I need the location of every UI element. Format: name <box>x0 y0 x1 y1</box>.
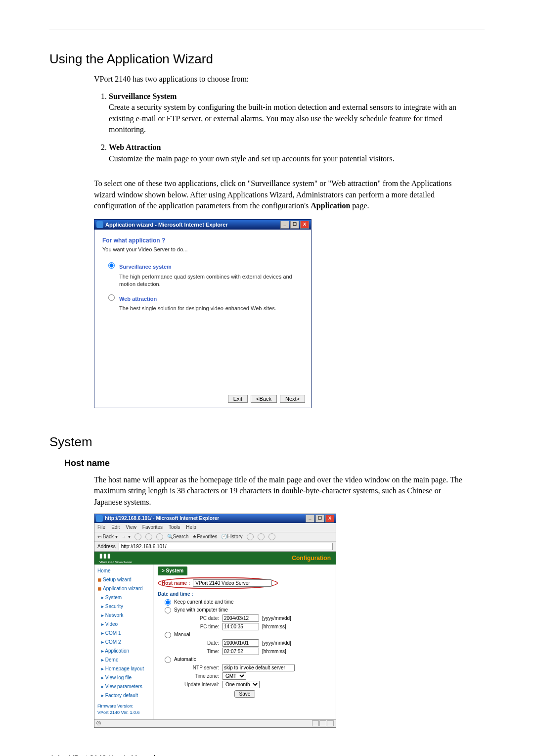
stop-icon[interactable] <box>134 533 141 540</box>
sidebar-appw-label: Application wizard <box>103 586 143 591</box>
sidebar-item-security[interactable]: ▸ Security <box>94 602 153 611</box>
sidebar-home[interactable]: Home <box>94 567 153 575</box>
radio-keep[interactable] <box>165 599 171 606</box>
back-nav[interactable]: ↤ Back ▾ <box>97 533 118 540</box>
maximize-button[interactable]: ☐ <box>290 221 299 229</box>
sidebar-setup-wizard[interactable]: ◼Setup wizard <box>94 575 153 584</box>
opt-sync-row[interactable]: Sync with computer time <box>165 607 332 614</box>
configuration-label: Configuration <box>292 554 331 563</box>
wizard-opt2-desc: The best single solution for designing v… <box>119 305 303 312</box>
status-bar: ⓔ <box>94 719 336 727</box>
forward-nav[interactable]: → ▾ <box>122 533 131 540</box>
sidebar-item-demo[interactable]: ▸ Demo <box>94 656 153 664</box>
firmware-value: VPort 2140 Ver. 1.0.6 <box>97 710 140 715</box>
print-icon[interactable] <box>258 533 265 540</box>
sidebar-item-application[interactable]: ▸ Application <box>94 647 153 656</box>
ntp-input[interactable] <box>222 664 295 671</box>
update-select[interactable]: One month <box>222 681 260 688</box>
back-button[interactable]: <Back <box>251 395 277 403</box>
tz-select[interactable]: GMT <box>222 672 246 680</box>
history-button[interactable]: 🕘History <box>221 533 242 540</box>
host-input[interactable] <box>193 579 272 587</box>
menu-file[interactable]: File <box>97 524 105 531</box>
radio-web[interactable] <box>108 294 115 301</box>
menu-view[interactable]: View <box>126 524 136 531</box>
manual-date-label: Date: <box>165 640 219 647</box>
address-bar: Address <box>94 542 336 552</box>
opt-keep-row[interactable]: Keep current date and time <box>165 599 332 606</box>
page-footer: 4-4 VPort 2140 User's Manual <box>49 753 485 756</box>
sidebar-item-com2[interactable]: ▸ COM 2 <box>94 638 153 647</box>
sidebar-item-com1[interactable]: ▸ COM 1 <box>94 629 153 638</box>
minimize-button[interactable]: _ <box>280 221 289 229</box>
maximize-button[interactable]: ☐ <box>315 515 324 522</box>
radio-manual[interactable] <box>165 632 171 638</box>
wizard-window: Application wizard - Microsoft Internet … <box>94 219 312 408</box>
menu-tools[interactable]: Tools <box>169 524 180 531</box>
pc-time-hint: [hh:mm:ss] <box>262 623 286 630</box>
app-item-desc: Customize the main page to your own styl… <box>109 154 395 163</box>
home-icon[interactable] <box>156 533 163 540</box>
close-button[interactable]: X <box>300 221 309 229</box>
app-item-title: Web Attraction <box>109 143 161 151</box>
sidebar-item-viewlog[interactable]: ▸ View log file <box>94 673 153 682</box>
manual-date-input[interactable] <box>222 639 259 647</box>
close-button[interactable]: X <box>325 515 334 522</box>
sidebar-item-network[interactable]: ▸ Network <box>94 611 153 620</box>
opt-manual-row[interactable]: Manual <box>165 631 332 638</box>
favorites-button[interactable]: ★Favorites <box>192 533 217 540</box>
wizard-option-surveillance[interactable]: Surveillance system <box>108 262 303 271</box>
refresh-icon[interactable] <box>145 533 152 540</box>
config-title-bar: http://192.168.6.101/ - Microsoft Intern… <box>94 514 336 523</box>
intro-text: VPort 2140 has two applications to choos… <box>94 74 470 85</box>
sidebar-label: COM 2 <box>105 639 121 645</box>
sidebar-item-video[interactable]: ▸ Video <box>94 620 153 629</box>
opt-auto-row[interactable]: Automatic <box>165 656 332 663</box>
address-input[interactable] <box>119 543 333 550</box>
edit-icon[interactable] <box>268 533 275 540</box>
next-button[interactable]: Next> <box>280 395 305 403</box>
pc-time-input[interactable] <box>222 623 259 630</box>
pc-time-label: PC time: <box>165 623 219 630</box>
sidebar-item-system[interactable]: ▸ System <box>94 593 153 602</box>
brand-strip: ▮▮▮ VPort 2140 Video Server Configuratio… <box>94 552 336 565</box>
ie-icon <box>96 221 103 228</box>
pc-date-hint: [yyyy/mm/dd] <box>262 615 291 622</box>
sidebar-item-viewparams[interactable]: ▸ View parameters <box>94 682 153 691</box>
sidebar-setup-label: Setup wizard <box>103 577 132 582</box>
ntp-label: NTP server: <box>165 664 219 671</box>
config-window-title: http://192.168.6.101/ - Microsoft Intern… <box>105 515 219 522</box>
sidebar-label: Video <box>105 621 118 627</box>
sidebar-label: Factory default <box>105 693 138 698</box>
sidebar-app-wizard[interactable]: ◼Application wizard <box>94 584 153 593</box>
menu-favorites[interactable]: Favorites <box>142 524 163 531</box>
radio-surveillance[interactable] <box>108 262 115 269</box>
save-button[interactable]: Save <box>234 690 256 698</box>
wizard-title: Application wizard - Microsoft Internet … <box>105 221 228 229</box>
sidebar-item-homepage[interactable]: ▸ Homepage layout <box>94 664 153 673</box>
radio-auto[interactable] <box>165 657 171 663</box>
wizard-opt1-desc: The high performance quad system combine… <box>119 273 303 288</box>
host-label: Host name : <box>162 580 190 587</box>
pc-date-input[interactable] <box>222 614 259 622</box>
config-sidebar: Home ◼Setup wizard ◼Application wizard ▸… <box>94 565 154 719</box>
sidebar-item-factory[interactable]: ▸ Factory default <box>94 691 153 700</box>
minimize-button[interactable]: _ <box>306 515 314 522</box>
radio-sync[interactable] <box>165 607 171 614</box>
wizard-title-bar: Application wizard - Microsoft Internet … <box>94 220 311 230</box>
firmware-label: Firmware Version: <box>97 704 134 709</box>
opt-sync-label: Sync with computer time <box>174 607 228 614</box>
back-label: Back <box>103 534 114 539</box>
followup-paragraph: To select one of these two applications,… <box>94 178 470 211</box>
top-rule <box>49 30 485 30</box>
sidebar-label: Security <box>105 604 123 609</box>
exit-button[interactable]: Exit <box>228 395 248 403</box>
search-button[interactable]: 🔍Search <box>167 533 189 540</box>
menu-help[interactable]: Help <box>186 524 196 531</box>
mail-icon[interactable] <box>247 533 254 540</box>
wizard-option-web[interactable]: Web attraction <box>108 294 303 303</box>
section-wizard-heading: Using the Application Wizard <box>49 50 485 68</box>
manual-date-hint: [yyyy/mm/dd] <box>262 640 291 647</box>
manual-time-input[interactable] <box>222 648 259 655</box>
menu-edit[interactable]: Edit <box>111 524 120 531</box>
